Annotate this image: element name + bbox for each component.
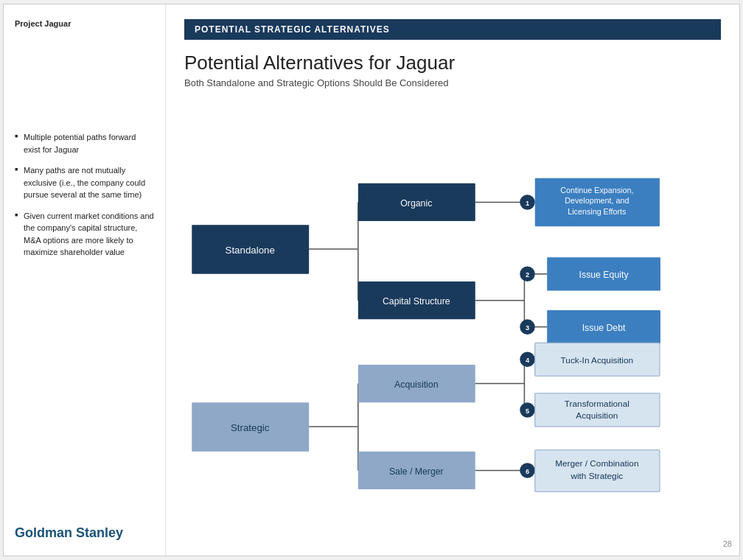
svg-text:Merger / Combination: Merger / Combination [555, 458, 638, 468]
svg-text:5: 5 [526, 407, 529, 415]
page-number: 28 [723, 539, 732, 548]
project-title: Project Jaguar [15, 19, 154, 28]
page-subtitle: Both Standalone and Strategic Options Sh… [184, 77, 721, 88]
svg-text:Transformational: Transformational [565, 399, 629, 408]
svg-text:4: 4 [526, 357, 530, 364]
main-content: POTENTIAL STRATEGIC ALTERNATIVES Potenti… [166, 4, 739, 556]
svg-text:Issue Debt: Issue Debt [582, 323, 626, 333]
bullet-1: Multiple potential paths forward exist f… [15, 131, 154, 155]
svg-text:2: 2 [526, 271, 529, 279]
svg-text:Tuck-In Acquisition: Tuck-In Acquisition [561, 355, 633, 365]
svg-text:Development, and: Development, and [565, 196, 629, 205]
bullet-3: Given current market conditions and the … [15, 210, 154, 259]
diagram: Standalone Organic Capital Structure [184, 102, 721, 545]
svg-text:Licensing Efforts: Licensing Efforts [568, 207, 626, 216]
svg-text:6: 6 [526, 468, 529, 475]
svg-text:Strategic: Strategic [231, 422, 270, 433]
svg-text:with Strategic: with Strategic [570, 471, 623, 480]
firm-name: Goldman Stanley [15, 511, 154, 541]
page-title: Potential Alternatives for Jaguar [184, 52, 721, 74]
svg-text:Continue Expansion,: Continue Expansion, [560, 186, 633, 195]
sidebar-bullets: Multiple potential paths forward exist f… [15, 131, 154, 511]
svg-text:Sale / Merger: Sale / Merger [389, 466, 444, 477]
banner-title: POTENTIAL STRATEGIC ALTERNATIVES [184, 19, 721, 40]
bullet-2: Many paths are not mutually exclusive (i… [15, 164, 154, 201]
svg-text:1: 1 [526, 200, 529, 207]
svg-text:Acquisition: Acquisition [394, 379, 439, 390]
svg-text:Acquisition: Acquisition [576, 410, 618, 420]
svg-text:3: 3 [526, 324, 529, 332]
svg-text:Capital Structure: Capital Structure [383, 296, 450, 307]
svg-text:Issue Equity: Issue Equity [579, 270, 629, 280]
svg-text:Organic: Organic [400, 198, 432, 209]
sidebar: Project Jaguar Multiple potential paths … [4, 4, 166, 556]
diagram-svg: Standalone Organic Capital Structure [184, 102, 721, 545]
svg-text:Standalone: Standalone [226, 245, 275, 256]
